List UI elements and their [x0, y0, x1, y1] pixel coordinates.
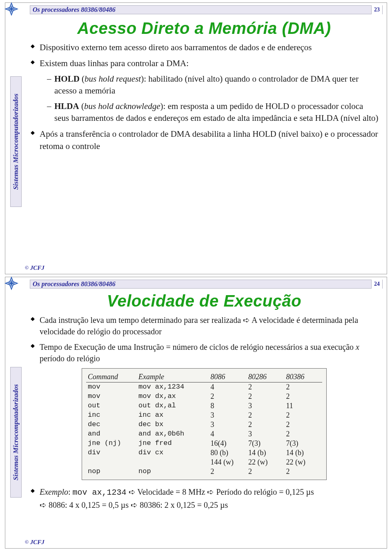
slide-content: Acesso Direto a Memória (DMA) Dispositiv…	[30, 19, 379, 156]
table-row: divdiv cx80 (b)14 (b)14 (b)	[86, 448, 322, 458]
side-tab-label: Sistemas Microcomputadorizados	[12, 384, 20, 480]
slide-header: Os processadores 80386/80486 23	[30, 5, 383, 14]
side-tab: Sistemas Microcomputadorizados	[10, 367, 22, 498]
table-row: movmov ax,1234422	[86, 382, 322, 392]
sub-bullet-hlda: HLDA (bus hold acknowledge): em resposta…	[47, 100, 379, 124]
table-row: 144 (w)22 (w)22 (w)	[86, 458, 322, 467]
copyright-icon: ©	[25, 539, 29, 545]
cycles-table: CommandExample80868028680386 movmov ax,1…	[82, 368, 327, 480]
arrow-icon: ➪	[129, 487, 136, 496]
copyright-icon: ©	[25, 265, 29, 271]
sub-bullet-hold: HOLD (bus hold request): habilitado (nív…	[47, 73, 379, 97]
slide-title: Velocidade de Execução	[30, 292, 379, 310]
footer-text: JCFJ	[30, 265, 45, 271]
footer: © JCFJ	[25, 539, 45, 546]
logo-icon	[4, 276, 19, 291]
slide-title: Acesso Direto a Memória (DMA)	[30, 19, 379, 38]
bullet-1: Dispositivo externo tem acesso direto ao…	[30, 42, 379, 53]
footer: © JCFJ	[25, 265, 45, 271]
arrow-icon: ➪	[207, 487, 214, 496]
table-row: outout dx,al8311	[86, 401, 322, 411]
table-row: movmov dx,ax222	[86, 392, 322, 401]
slide-header: Os processadores 80386/80486 24	[30, 280, 383, 289]
header-title: Os processadores 80386/80486	[33, 280, 371, 288]
table-row: jne (nj)jne fred16(4)7(3)7(3)	[86, 439, 322, 448]
table-row: andand ax,0b6h432	[86, 429, 322, 439]
table-header: 8086	[209, 372, 247, 382]
example-bullet: Exemplo: mov ax,1234 ➪ Velocidade = 8 MH…	[30, 486, 379, 511]
table-header: Command	[86, 372, 137, 382]
arrow-icon: ➪	[131, 500, 138, 509]
bullet-3: Após a transferência o controlador de DM…	[30, 128, 379, 152]
bullet-2: Tempo de Execução de uma Instrução = núm…	[30, 341, 379, 364]
table-header: Example	[137, 372, 209, 382]
header-title: Os processadores 80386/80486	[33, 6, 371, 13]
table-row: decdec bx322	[86, 420, 322, 429]
table-row: nopnop222	[86, 467, 322, 476]
arrow-icon: ➪	[40, 500, 47, 509]
side-tab-label: Sistemas Microcomputadorizados	[12, 93, 20, 190]
arrow-icon: ➪	[243, 316, 250, 325]
bullet-1: Cada instrução leva um tempo determinado…	[30, 314, 379, 337]
table-header: 80386	[284, 372, 322, 382]
example-code: mov ax,1234	[73, 488, 127, 497]
slide-23: Os processadores 80386/80486 23 Sistemas…	[5, 2, 387, 274]
side-tab: Sistemas Microcomputadorizados	[10, 76, 22, 207]
page-number: 23	[371, 5, 382, 14]
svg-marker-5	[8, 280, 16, 287]
logo-icon	[4, 1, 19, 17]
table-header: 80286	[247, 372, 284, 382]
svg-marker-2	[8, 5, 16, 13]
bullet-2: Existem duas linhas para controlar a DMA…	[30, 58, 379, 124]
slide-24: Os processadores 80386/80486 24 Sistemas…	[5, 277, 387, 549]
page-number: 24	[371, 280, 382, 289]
table-row: incinc ax322	[86, 411, 322, 420]
footer-text: JCFJ	[30, 539, 45, 545]
slide-content: Velocidade de Execução Cada instrução le…	[30, 292, 379, 516]
